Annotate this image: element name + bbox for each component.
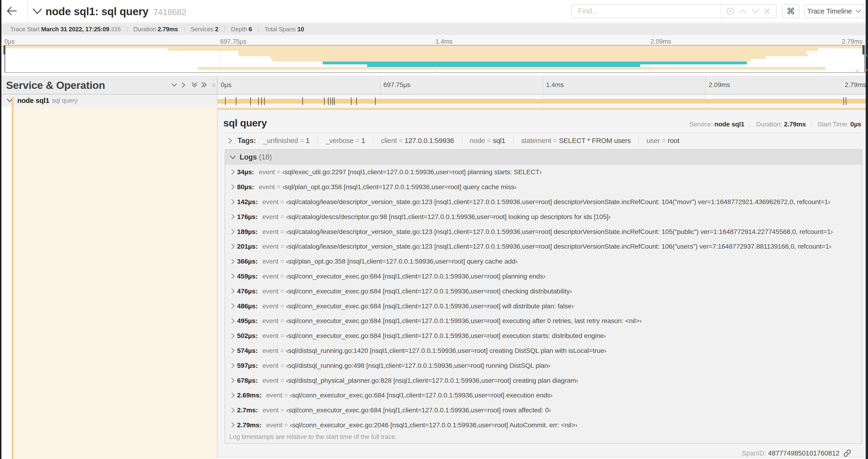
log-marker[interactable] (264, 97, 265, 105)
minimap-tick-label: 1.4ms (435, 38, 453, 45)
tags-accordian[interactable]: Tags: _unfinished = 1_verbose = 1client … (225, 135, 862, 146)
window-scrollbar-edge[interactable] (866, 0, 868, 459)
log-marker[interactable] (356, 97, 357, 105)
log-marker[interactable] (250, 97, 251, 105)
log-marker[interactable] (843, 97, 844, 105)
span-timeline-cell[interactable] (217, 94, 867, 107)
next-result-icon[interactable] (751, 9, 759, 13)
timeline-header-row: Service & Operation 0µs 697.75µs 1.4ms 2… (1, 75, 866, 94)
minimap-canvas[interactable] (4, 45, 865, 73)
span-detail-row: sql query Service: node sql1 Duration: 2… (1, 107, 866, 459)
trace-start: Trace Start March 31 2022, 17:25:09.326 (10, 26, 121, 33)
log-row[interactable]: 597µs:event = ‹sql/distsql_running.go:49… (225, 358, 862, 373)
log-timestamp: 574µs: (237, 347, 257, 355)
span-detail-wrapper: sql query Service: node sql1 Duration: 2… (217, 107, 866, 459)
log-row[interactable]: 2.7ms:event = ‹sql/conn_executor_exec.go… (225, 403, 862, 418)
log-row[interactable]: 574µs:event = ‹sql/distsql_running.go:14… (225, 343, 862, 358)
span-name-cell[interactable]: node sql1 sql query (1, 94, 217, 107)
log-field: event = ‹sql/catalog/descs/descriptor.go… (262, 213, 611, 221)
expand-all-double-chevron-right-icon[interactable] (202, 82, 207, 88)
minimap-right-scrubber[interactable] (862, 45, 864, 55)
expand-one-chevron-right-icon[interactable] (182, 82, 185, 88)
log-marker[interactable] (331, 97, 331, 105)
log-row[interactable]: 678µs:event = ‹sql/distsql_physical_plan… (225, 373, 862, 388)
log-timestamp: 459µs: (237, 272, 257, 280)
log-row[interactable]: 459µs:event = ‹sql/conn_executor_exec.go… (225, 269, 862, 284)
collapse-all-chevron-down-icon[interactable] (172, 83, 177, 87)
log-marker[interactable] (225, 97, 226, 105)
chevron-right-icon (231, 259, 235, 264)
log-row[interactable]: 502µs:event = ‹sql/conn_executor_exec.go… (225, 328, 862, 343)
log-field: event = ‹sql/conn_executor_exec.go:684 [… (262, 317, 642, 325)
log-row[interactable]: 486µs:event = ‹sql/conn_executor_exec.go… (225, 299, 862, 314)
log-marker[interactable] (846, 97, 846, 105)
trace-minimap: 0µs 697.75µs 1.4ms 2.09ms 2.79ms (1, 35, 866, 73)
keyboard-shortcuts-button[interactable]: ⌘ (782, 4, 800, 18)
log-marker[interactable] (261, 97, 262, 105)
ruler-tick (543, 75, 543, 94)
log-row[interactable]: 142µs:event = ‹sql/catalog/lease/descrip… (225, 195, 862, 209)
span-duration-bar[interactable] (217, 99, 867, 104)
log-timestamp: 2.7ms: (237, 406, 258, 414)
trace-duration: Duration 2.79ms (133, 26, 178, 33)
log-row[interactable]: 2.69ms:event = ‹sql/conn_executor_exec.g… (225, 388, 862, 403)
log-marker[interactable] (328, 97, 329, 105)
find-input[interactable] (572, 5, 720, 18)
column-resizer-grip[interactable] (213, 83, 216, 87)
header-divider (28, 0, 28, 23)
view-selector-button[interactable]: Trace Timeline (804, 4, 864, 18)
log-field: event = ‹sql/catalog/lease/descriptor_ve… (262, 228, 833, 236)
page-title: node sql1: sql query7418682 (45, 5, 186, 18)
ruler-tick (380, 75, 380, 94)
collapse-all-double-chevron-down-icon[interactable] (192, 82, 197, 88)
log-field: event = ‹sql/conn_executor_exec.go:684 [… (262, 406, 551, 414)
log-marker[interactable] (334, 97, 335, 105)
jaeger-trace-page: node sql1: sql query7418682 ⌘ Trace (0, 0, 868, 459)
ruler-tick (705, 75, 706, 94)
log-marker[interactable] (351, 97, 351, 105)
log-row[interactable]: 495µs:event = ‹sql/conn_executor_exec.go… (225, 314, 862, 328)
chevron-right-icon (231, 407, 235, 413)
log-row[interactable]: 201µs:event = ‹sql/catalog/lease/descrip… (225, 239, 862, 254)
log-row[interactable]: 80µs:event = ‹sql/plan_opt.go:358 [nsql1… (225, 179, 862, 195)
log-row[interactable]: 366µs:event = ‹sql/plan_opt.go:358 [nsql… (225, 254, 862, 269)
trace-services: Services 2 (191, 26, 218, 33)
log-field: event = ‹sql/catalog/lease/descriptor_ve… (262, 242, 831, 250)
log-marker[interactable] (375, 97, 376, 105)
log-marker[interactable] (324, 97, 324, 105)
span-row[interactable]: node sql1 sql query (1, 94, 866, 107)
logs-label: Logs (240, 153, 257, 161)
prev-result-icon[interactable] (739, 9, 747, 13)
log-marker[interactable] (302, 97, 303, 105)
log-row[interactable]: 176µs:event = ‹sql/catalog/descs/descrip… (225, 209, 862, 224)
log-timestamp: 176µs: (237, 213, 257, 221)
command-icon: ⌘ (786, 6, 795, 16)
logs-header[interactable]: Logs (18) (225, 150, 862, 165)
span-operation-name: sql query (52, 97, 78, 104)
collapse-title-chevron-icon[interactable] (33, 8, 42, 14)
link-icon[interactable] (843, 449, 851, 457)
minimap-left-scrubber[interactable] (3, 45, 5, 55)
chevron-right-icon (231, 303, 235, 309)
log-row[interactable]: 476µs:event = ‹sql/conn_executor_exec.go… (225, 284, 862, 299)
minimap-span-bar (272, 59, 750, 62)
log-field: event = ‹sql/conn_executor_exec.go:684 [… (262, 287, 572, 295)
logs-accordian: Logs (18) 34µs:event = ‹sql/exec_util.go… (225, 149, 862, 444)
log-marker[interactable] (333, 97, 333, 105)
tag-_verbose: _verbose = 1 (326, 137, 365, 144)
ruler-tick-label: 697.75µs (383, 81, 410, 89)
log-marker[interactable] (236, 97, 236, 105)
log-row[interactable]: 189µs:event = ‹sql/catalog/lease/descrip… (225, 224, 862, 239)
log-field: event = ‹sql/distsql_running.go:498 [nsq… (262, 362, 550, 369)
find-controls (720, 5, 776, 18)
back-button[interactable] (6, 3, 26, 19)
tag-user: user = root (647, 137, 679, 144)
minimap-span-bar (367, 64, 640, 67)
log-row[interactable]: 2.79ms:event = ‹sql/conn_executor_exec.g… (225, 418, 862, 433)
span-detail-left-column (1, 107, 217, 459)
log-marker[interactable] (258, 97, 259, 105)
log-row[interactable]: 34µs:event = ‹sql/exec_util.go:2297 [nsq… (225, 165, 862, 179)
tags-list: _unfinished = 1_verbose = 1client = 127.… (263, 137, 679, 144)
clear-search-icon[interactable] (764, 8, 771, 14)
locate-icon[interactable] (726, 7, 734, 15)
